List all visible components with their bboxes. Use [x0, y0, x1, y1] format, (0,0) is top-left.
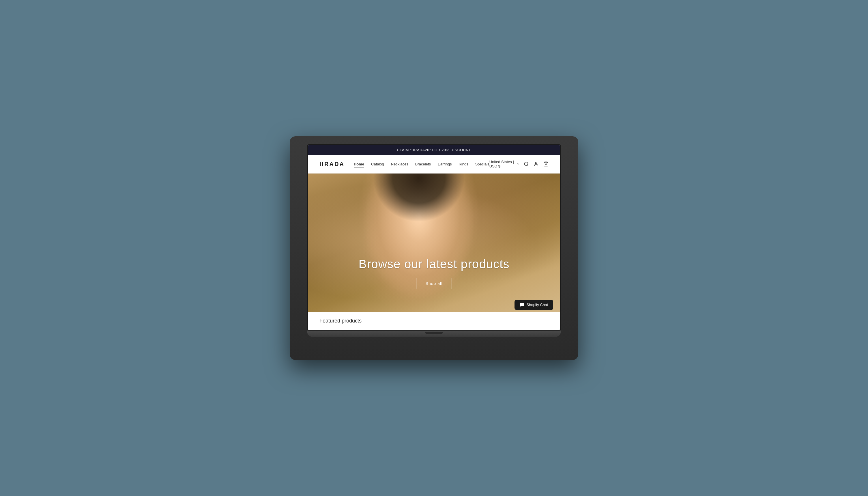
chevron-down-icon	[517, 163, 519, 165]
nav-item-specials[interactable]: Specials	[475, 161, 489, 167]
search-button[interactable]	[524, 161, 529, 167]
site-header: IIRADA Home Catalog Necklaces Bra	[308, 155, 560, 173]
screen: CLAIM "IIRADA20" FOR 20% DISCOUNT IIRADA…	[307, 144, 561, 330]
cart-icon	[543, 161, 549, 167]
search-icon	[524, 161, 529, 167]
nav-link-rings[interactable]: Rings	[459, 162, 468, 166]
announcement-bar: CLAIM "IIRADA20" FOR 20% DISCOUNT	[308, 145, 560, 155]
laptop-frame: CLAIM "IIRADA20" FOR 20% DISCOUNT IIRADA…	[290, 136, 578, 360]
laptop-notch	[425, 332, 443, 334]
laptop-base	[307, 330, 561, 337]
svg-line-1	[527, 165, 528, 166]
nav-link-bracelets[interactable]: Bracelets	[415, 162, 431, 166]
nav-link-catalog[interactable]: Catalog	[371, 162, 384, 166]
nav-link-specials[interactable]: Specials	[475, 162, 489, 166]
hero-content: Browse our latest products Shop all	[308, 257, 560, 289]
nav-item-necklaces[interactable]: Necklaces	[391, 161, 408, 167]
account-icon	[533, 161, 539, 167]
cart-button[interactable]	[543, 161, 549, 167]
chat-icon	[520, 303, 524, 307]
nav-link-necklaces[interactable]: Necklaces	[391, 162, 408, 166]
shop-all-button[interactable]: Shop all	[416, 278, 452, 289]
chat-label: Shopify Chat	[527, 303, 548, 307]
site-logo[interactable]: IIRADA	[319, 161, 344, 168]
nav-link-earrings[interactable]: Earrings	[438, 162, 452, 166]
currency-text: United States | USD $	[489, 160, 516, 168]
svg-point-2	[535, 162, 537, 164]
header-right: United States | USD $	[489, 160, 549, 168]
nav-list: Home Catalog Necklaces Bracelets Earring	[354, 161, 489, 167]
nav-item-catalog[interactable]: Catalog	[371, 161, 384, 167]
nav-item-earrings[interactable]: Earrings	[438, 161, 452, 167]
header-left: IIRADA Home Catalog Necklaces Bra	[319, 161, 489, 168]
featured-section: Featured products	[308, 312, 560, 330]
nav-item-home[interactable]: Home	[354, 161, 364, 167]
hero-section: Browse our latest products Shop all	[308, 173, 560, 312]
featured-title: Featured products	[319, 318, 361, 324]
account-button[interactable]	[533, 161, 539, 167]
hero-skin-tone	[353, 173, 484, 312]
nav-link-home[interactable]: Home	[354, 162, 364, 168]
announcement-text: CLAIM "IIRADA20" FOR 20% DISCOUNT	[397, 148, 471, 152]
shopify-chat-widget[interactable]: Shopify Chat	[515, 300, 553, 310]
hair-overlay	[373, 173, 465, 222]
currency-selector[interactable]: United States | USD $	[489, 160, 519, 168]
nav-item-bracelets[interactable]: Bracelets	[415, 161, 431, 167]
hero-title: Browse our latest products	[308, 257, 560, 271]
hero-model-figure	[353, 173, 484, 312]
main-nav: Home Catalog Necklaces Bracelets Earring	[354, 161, 489, 167]
nav-item-rings[interactable]: Rings	[459, 161, 468, 167]
